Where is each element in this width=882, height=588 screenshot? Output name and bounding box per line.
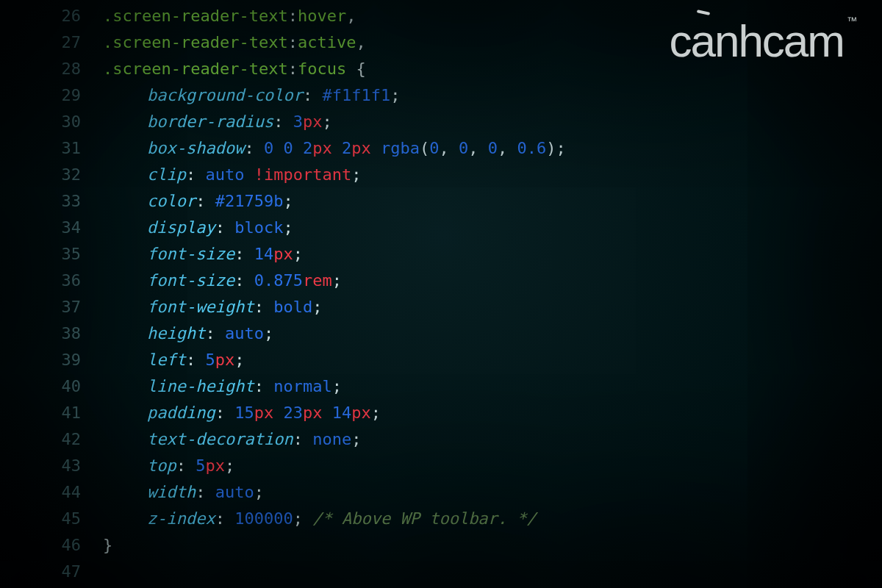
line-number: 44: [0, 479, 103, 506]
code-line: 40line-height: normal;: [0, 373, 566, 400]
line-number: 39: [0, 347, 103, 373]
code-line: 30border-radius: 3px;: [0, 109, 566, 135]
line-number: 42: [0, 426, 103, 453]
line-content: font-size: 0.875rem;: [103, 268, 342, 294]
code-line: 43top: 5px;: [0, 453, 566, 479]
line-number: 27: [0, 29, 103, 56]
code-line: 39left: 5px;: [0, 347, 566, 373]
code-line: 28.screen-reader-text:focus {: [0, 56, 566, 82]
line-number: 43: [0, 453, 103, 479]
code-line: 47: [0, 559, 566, 585]
line-number: 34: [0, 215, 103, 241]
line-content: width: auto;: [103, 479, 264, 506]
code-line: 33color: #21759b;: [0, 188, 566, 215]
brand-logo: canhcam™: [669, 15, 857, 67]
line-content: font-weight: bold;: [103, 294, 322, 320]
line-number: 28: [0, 56, 103, 82]
code-line: 27.screen-reader-text:active,: [0, 29, 566, 56]
line-content: background-color: #f1f1f1;: [103, 82, 400, 109]
line-content: line-height: normal;: [103, 373, 342, 400]
line-content: text-decoration: none;: [103, 426, 361, 453]
line-number: 33: [0, 188, 103, 215]
line-content: clip: auto !important;: [103, 162, 361, 188]
code-line: 36font-size: 0.875rem;: [0, 268, 566, 294]
line-content: left: 5px;: [103, 347, 244, 373]
code-line: 38height: auto;: [0, 320, 566, 347]
line-content: display: block;: [103, 215, 293, 241]
line-number: 37: [0, 294, 103, 320]
code-block: 26.screen-reader-text:hover,27.screen-re…: [0, 3, 566, 585]
code-line: 44width: auto;: [0, 479, 566, 506]
line-content: top: 5px;: [103, 453, 234, 479]
line-number: 31: [0, 135, 103, 162]
line-number: 26: [0, 3, 103, 29]
line-content: border-radius: 3px;: [103, 109, 332, 135]
line-content: }: [103, 532, 112, 559]
line-number: 32: [0, 162, 103, 188]
code-line: 26.screen-reader-text:hover,: [0, 3, 566, 29]
code-editor[interactable]: canhcam™ 26.screen-reader-text:hover,27.…: [0, 0, 882, 588]
line-number: 40: [0, 373, 103, 400]
line-number: 36: [0, 268, 103, 294]
code-line: 32clip: auto !important;: [0, 162, 566, 188]
code-line: 31box-shadow: 0 0 2px 2px rgba(0, 0, 0, …: [0, 135, 566, 162]
logo-text: canhcam: [669, 15, 844, 66]
line-number: 47: [0, 559, 103, 585]
code-line: 35font-size: 14px;: [0, 241, 566, 268]
line-number: 41: [0, 400, 103, 426]
line-number: 38: [0, 320, 103, 347]
line-number: 29: [0, 82, 103, 109]
trademark-symbol: ™: [847, 15, 857, 26]
code-line: 37font-weight: bold;: [0, 294, 566, 320]
code-line: 42text-decoration: none;: [0, 426, 566, 453]
line-content: .screen-reader-text:active,: [103, 29, 366, 56]
line-number: 45: [0, 506, 103, 532]
line-number: 30: [0, 109, 103, 135]
code-line: 46}: [0, 532, 566, 559]
line-number: 35: [0, 241, 103, 268]
line-content: padding: 15px 23px 14px;: [103, 400, 381, 426]
line-content: .screen-reader-text:focus {: [103, 56, 366, 82]
line-content: .screen-reader-text:hover,: [103, 3, 356, 29]
line-number: 46: [0, 532, 103, 559]
code-line: 34display: block;: [0, 215, 566, 241]
line-content: box-shadow: 0 0 2px 2px rgba(0, 0, 0, 0.…: [103, 135, 566, 162]
line-content: font-size: 14px;: [103, 241, 303, 268]
line-content: height: auto;: [103, 320, 273, 347]
code-line: 41padding: 15px 23px 14px;: [0, 400, 566, 426]
code-line: 45z-index: 100000; /* Above WP toolbar. …: [0, 506, 566, 532]
line-content: z-index: 100000; /* Above WP toolbar. */: [103, 506, 537, 532]
line-content: color: #21759b;: [103, 188, 293, 215]
code-line: 29background-color: #f1f1f1;: [0, 82, 566, 109]
